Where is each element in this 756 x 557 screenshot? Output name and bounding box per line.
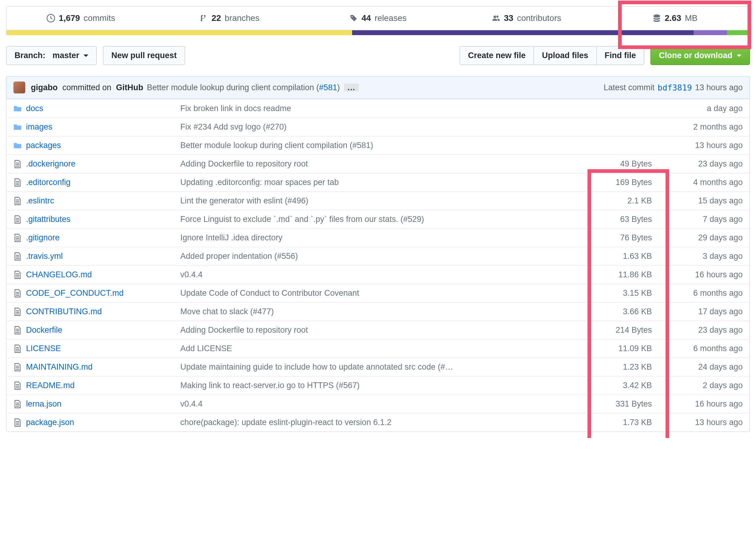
lang-segment-shell (727, 30, 749, 35)
file-commit-message[interactable]: Move chat to slack (#477) (180, 307, 589, 316)
file-commit-message[interactable]: chore(package): update eslint-plugin-rea… (180, 418, 589, 427)
new-pull-request-button[interactable]: New pull request (103, 46, 185, 65)
file-name-link[interactable]: .travis.yml (26, 252, 63, 261)
file-commit-message[interactable]: Fix #234 Add svg logo (#270) (180, 122, 589, 132)
branches-label: branches (224, 13, 259, 23)
file-commit-message[interactable]: Adding Dockerfile to repository root (180, 325, 589, 335)
file-time: 7 days ago (661, 215, 743, 224)
file-size: 3.42 KB (589, 381, 661, 390)
file-icon (13, 307, 26, 316)
commits-stat[interactable]: 1,679 commits (7, 7, 155, 30)
file-time: 4 months ago (661, 178, 743, 187)
file-size: 2.1 KB (589, 196, 661, 206)
file-commit-message[interactable]: v0.4.4 (180, 399, 589, 409)
file-actions-group: Create new file Upload files Find file (460, 46, 644, 65)
github-text: GitHub (116, 83, 144, 92)
file-row: CODE_OF_CONDUCT.mdUpdate Code of Conduct… (7, 284, 749, 302)
language-bar[interactable] (6, 30, 750, 35)
size-stat[interactable]: 2.63 MB (601, 7, 749, 30)
commit-author[interactable]: gigabo (31, 83, 58, 92)
file-commit-message[interactable]: Lint the generator with eslint (#496) (180, 196, 589, 206)
file-table: docsFix broken link in docs readmea day … (6, 99, 750, 432)
file-commit-message[interactable]: Making link to react-server.io go to HTT… (180, 381, 589, 390)
file-icon (13, 418, 26, 427)
file-row: .travis.ymlAdded proper indentation (#55… (7, 247, 749, 265)
file-commit-message[interactable]: Ignore IntelliJ .idea directory (180, 233, 589, 242)
file-commit-message[interactable]: Update Code of Conduct to Contributor Co… (180, 289, 589, 298)
file-name-link[interactable]: CHANGELOG.md (26, 270, 92, 279)
file-name-link[interactable]: MAINTAINING.md (26, 362, 93, 372)
file-row: README.mdMaking link to react-server.io … (7, 376, 749, 394)
file-name-link[interactable]: images (26, 122, 52, 131)
releases-count: 44 (361, 13, 371, 23)
file-row: imagesFix #234 Add svg logo (#270)2 mont… (7, 117, 749, 136)
latest-commit-bar: gigabo committed on GitHub Better module… (6, 76, 750, 99)
releases-label: releases (375, 13, 407, 23)
latest-commit-label: Latest commit (604, 83, 655, 92)
history-icon (46, 14, 55, 22)
file-name-link[interactable]: Dockerfile (26, 325, 62, 334)
commits-count: 1,679 (59, 13, 80, 23)
file-commit-message[interactable]: Force Linguist to exclude `.md` and `.py… (180, 215, 589, 224)
commit-expand-button[interactable]: … (344, 84, 359, 91)
upload-files-button[interactable]: Upload files (533, 46, 597, 65)
avatar[interactable] (13, 82, 25, 93)
folder-icon (13, 141, 26, 150)
caret-down-icon (737, 55, 742, 57)
file-time: 16 hours ago (661, 399, 743, 409)
create-new-file-button[interactable]: Create new file (460, 46, 534, 65)
branch-name: master (53, 51, 80, 60)
file-commit-message[interactable]: Updating .editorconfig: moar spaces per … (180, 178, 589, 187)
file-row: CONTRIBUTING.mdMove chat to slack (#477)… (7, 302, 749, 321)
file-name-link[interactable]: README.md (26, 381, 75, 390)
releases-stat[interactable]: 44 releases (304, 7, 452, 30)
file-name-link[interactable]: CODE_OF_CONDUCT.md (26, 289, 124, 298)
file-name-link[interactable]: CONTRIBUTING.md (26, 307, 102, 316)
commit-time: 13 hours ago (695, 83, 743, 92)
file-name-link[interactable]: package.json (26, 418, 74, 427)
file-commit-message[interactable]: Add LICENSE (180, 344, 589, 353)
file-commit-message[interactable]: Update maintaining guide to include how … (180, 362, 589, 372)
file-icon (13, 234, 26, 242)
file-size: 331 Bytes (589, 399, 661, 409)
commits-label: commits (84, 13, 115, 23)
file-commit-message[interactable]: v0.4.4 (180, 270, 589, 280)
clone-download-button[interactable]: Clone or download (651, 46, 750, 65)
file-name-link[interactable]: .editorconfig (26, 178, 70, 187)
file-icon (13, 345, 26, 353)
file-name-link[interactable]: .dockerignore (26, 159, 75, 168)
commit-message[interactable]: Better module lookup during client compi… (147, 83, 319, 92)
file-time: 24 days ago (661, 362, 743, 372)
file-icon (13, 252, 26, 261)
file-size: 11.09 KB (589, 344, 661, 353)
file-name-link[interactable]: docs (26, 104, 43, 113)
file-size: 49 Bytes (589, 159, 661, 169)
file-commit-message[interactable]: Better module lookup during client compi… (180, 141, 589, 150)
file-commit-message[interactable]: Fix broken link in docs readme (180, 104, 589, 113)
file-name-link[interactable]: .gitattributes (26, 215, 70, 224)
branches-count: 22 (212, 13, 221, 23)
committed-on-text: committed on (62, 83, 111, 92)
file-row: CHANGELOG.mdv0.4.411.86 KB16 hours ago (7, 265, 749, 284)
find-file-button[interactable]: Find file (596, 46, 645, 65)
folder-icon (13, 105, 26, 113)
file-time: 2 months ago (661, 122, 743, 132)
file-name-link[interactable]: packages (26, 141, 61, 150)
file-commit-message[interactable]: Added proper indentation (#556) (180, 252, 589, 261)
commit-sha[interactable]: bdf3819 (658, 83, 692, 92)
file-name-link[interactable]: lerna.json (26, 399, 61, 408)
file-time: 17 days ago (661, 307, 743, 316)
file-time: a day ago (661, 104, 743, 113)
file-name-link[interactable]: .gitignore (26, 233, 60, 242)
branches-stat[interactable]: 22 branches (155, 7, 304, 30)
file-row: .dockerignoreAdding Dockerfile to reposi… (7, 154, 749, 173)
file-row: .editorconfigUpdating .editorconfig: moa… (7, 173, 749, 191)
file-commit-message[interactable]: Adding Dockerfile to repository root (180, 159, 589, 169)
file-name-link[interactable]: .eslintrc (26, 196, 54, 205)
contributors-stat[interactable]: 33 contributors (452, 7, 601, 30)
commit-message-end: ) (337, 83, 340, 92)
commit-pr-link[interactable]: #581 (319, 83, 337, 92)
file-name-link[interactable]: LICENSE (26, 344, 61, 353)
branch-select-button[interactable]: Branch: master (6, 46, 97, 65)
file-size: 1.23 KB (589, 362, 661, 372)
